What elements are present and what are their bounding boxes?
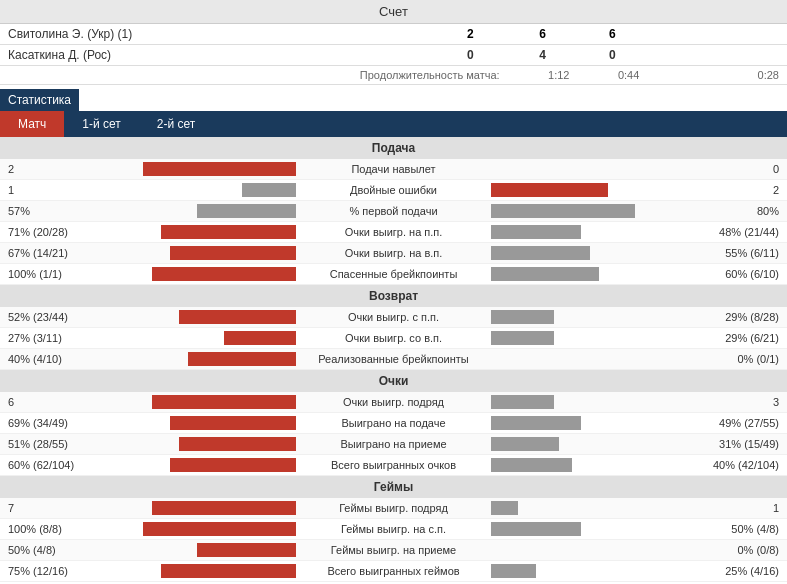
stat-row-0-2: 57%% первой подачи80% — [0, 201, 787, 222]
stat-row-0-3: 71% (20/28)Очки выигр. на п.п.48% (21/44… — [0, 222, 787, 243]
stat-row-0-1: 1Двойные ошибки2 — [0, 180, 787, 201]
section-header-1: Возврат — [0, 285, 787, 307]
stat-bar-left-2-3 — [94, 458, 300, 472]
stat-row-1-1: 27% (3/11)Очки выигр. со в.п.29% (6/21) — [0, 328, 787, 349]
stat-left-val-3-3: 75% (12/16) — [0, 565, 94, 577]
stat-left-val-2-3: 60% (62/104) — [0, 459, 94, 471]
stat-right-val-3-2: 0% (0/8) — [693, 544, 787, 556]
stat-bar-left-3-1 — [94, 522, 300, 536]
stat-label-1-2: Реализованные брейкпоинты — [300, 353, 487, 365]
stat-row-2-1: 69% (34/49)Выиграно на подаче49% (27/55) — [0, 413, 787, 434]
stat-bar-right-2-1 — [487, 416, 693, 430]
stat-right-val-2-3: 40% (42/104) — [693, 459, 787, 471]
stat-left-val-2-2: 51% (28/55) — [0, 438, 94, 450]
stat-row-2-3: 60% (62/104)Всего выигранных очков40% (4… — [0, 455, 787, 476]
duration-label: Продолжительность матча: — [0, 66, 508, 85]
stat-bar-left-0-0 — [94, 162, 300, 176]
stat-left-val-1-0: 52% (23/44) — [0, 311, 94, 323]
stat-bar-left-3-2 — [94, 543, 300, 557]
stat-right-val-2-0: 3 — [693, 396, 787, 408]
stat-right-val-3-3: 25% (4/16) — [693, 565, 787, 577]
stat-left-val-0-2: 57% — [0, 205, 94, 217]
p1-set1: 6 — [508, 24, 578, 45]
stat-left-val-1-1: 27% (3/11) — [0, 332, 94, 344]
stat-right-val-0-3: 48% (21/44) — [693, 226, 787, 238]
stat-left-val-0-0: 2 — [0, 163, 94, 175]
stat-left-val-3-2: 50% (4/8) — [0, 544, 94, 556]
stat-label-2-3: Всего выигранных очков — [300, 459, 487, 471]
player2-name: Касаткина Д. (Рос) — [0, 45, 433, 66]
stat-row-1-2: 40% (4/10)Реализованные брейкпоинты0% (0… — [0, 349, 787, 370]
stat-bar-left-2-2 — [94, 437, 300, 451]
duration-set3: 0:28 — [647, 66, 787, 85]
stat-right-val-0-1: 2 — [693, 184, 787, 196]
stat-label-0-1: Двойные ошибки — [300, 184, 487, 196]
player1-row: Свитолина Э. (Укр) (1) 2 6 6 — [0, 24, 787, 45]
stat-right-val-0-4: 55% (6/11) — [693, 247, 787, 259]
stat-row-0-0: 2Подачи навылет0 — [0, 159, 787, 180]
stat-label-1-1: Очки выигр. со в.п. — [300, 332, 487, 344]
stat-right-val-1-0: 29% (8/28) — [693, 311, 787, 323]
stat-bar-right-0-2 — [487, 204, 693, 218]
stat-bar-right-1-1 — [487, 331, 693, 345]
section-3: Геймы7Геймы выигр. подряд1100% (8/8)Гейм… — [0, 476, 787, 582]
p1-set0: 2 — [433, 24, 508, 45]
stat-row-1-0: 52% (23/44)Очки выигр. с п.п.29% (8/28) — [0, 307, 787, 328]
section-1: Возврат52% (23/44)Очки выигр. с п.п.29% … — [0, 285, 787, 370]
p2-set2: 0 — [578, 45, 648, 66]
tab-set2[interactable]: 2-й сет — [139, 111, 213, 137]
stat-label-3-3: Всего выигранных геймов — [300, 565, 487, 577]
stat-bar-left-3-0 — [94, 501, 300, 515]
stat-right-val-0-5: 60% (6/10) — [693, 268, 787, 280]
stat-row-3-0: 7Геймы выигр. подряд1 — [0, 498, 787, 519]
p2-set0: 0 — [433, 45, 508, 66]
player1-name: Свитолина Э. (Укр) (1) — [0, 24, 433, 45]
stat-row-3-3: 75% (12/16)Всего выигранных геймов25% (4… — [0, 561, 787, 582]
stat-right-val-2-2: 31% (15/49) — [693, 438, 787, 450]
stat-label-2-2: Выиграно на приеме — [300, 438, 487, 450]
stat-right-val-0-2: 80% — [693, 205, 787, 217]
stat-bar-right-0-4 — [487, 246, 693, 260]
tab-match[interactable]: Матч — [0, 111, 64, 137]
stat-bar-right-1-2 — [487, 352, 693, 366]
stat-left-val-2-0: 6 — [0, 396, 94, 408]
stat-label-1-0: Очки выигр. с п.п. — [300, 311, 487, 323]
stat-right-val-2-1: 49% (27/55) — [693, 417, 787, 429]
section-2: Очки6Очки выигр. подряд369% (34/49)Выигр… — [0, 370, 787, 476]
stat-left-val-2-1: 69% (34/49) — [0, 417, 94, 429]
score-header: Счет — [0, 0, 787, 24]
stat-left-val-1-2: 40% (4/10) — [0, 353, 94, 365]
stat-row-2-0: 6Очки выигр. подряд3 — [0, 392, 787, 413]
stat-bar-left-3-3 — [94, 564, 300, 578]
p2-set1: 4 — [508, 45, 578, 66]
stat-bar-left-0-3 — [94, 225, 300, 239]
stat-label-0-4: Очки выигр. на в.п. — [300, 247, 487, 259]
stat-bar-right-3-1 — [487, 522, 693, 536]
stat-left-val-0-5: 100% (1/1) — [0, 268, 94, 280]
stat-bar-right-0-0 — [487, 162, 693, 176]
stat-bar-left-0-4 — [94, 246, 300, 260]
stat-right-val-0-0: 0 — [693, 163, 787, 175]
stat-left-val-0-3: 71% (20/28) — [0, 226, 94, 238]
stat-label-3-2: Геймы выигр. на приеме — [300, 544, 487, 556]
stats-tab-header: Статистика — [0, 89, 79, 111]
stat-label-0-2: % первой подачи — [300, 205, 487, 217]
tabs-bar[interactable]: Матч 1-й сет 2-й сет — [0, 111, 787, 137]
score-table: Свитолина Э. (Укр) (1) 2 6 6 Касаткина Д… — [0, 24, 787, 85]
stats-container: Подача2Подачи навылет01Двойные ошибки257… — [0, 137, 787, 582]
stat-label-2-1: Выиграно на подаче — [300, 417, 487, 429]
stat-right-val-1-1: 29% (6/21) — [693, 332, 787, 344]
stat-left-val-0-1: 1 — [0, 184, 94, 196]
tab-set1[interactable]: 1-й сет — [64, 111, 138, 137]
stat-left-val-3-0: 7 — [0, 502, 94, 514]
stat-bar-right-0-3 — [487, 225, 693, 239]
stat-label-0-0: Подачи навылет — [300, 163, 487, 175]
section-header-3: Геймы — [0, 476, 787, 498]
stat-row-2-2: 51% (28/55)Выиграно на приеме31% (15/49) — [0, 434, 787, 455]
stat-bar-right-0-1 — [487, 183, 693, 197]
stat-bar-right-2-2 — [487, 437, 693, 451]
stat-left-val-3-1: 100% (8/8) — [0, 523, 94, 535]
stat-bar-right-3-2 — [487, 543, 693, 557]
player2-row: Касаткина Д. (Рос) 0 4 0 — [0, 45, 787, 66]
stat-bar-right-3-3 — [487, 564, 693, 578]
